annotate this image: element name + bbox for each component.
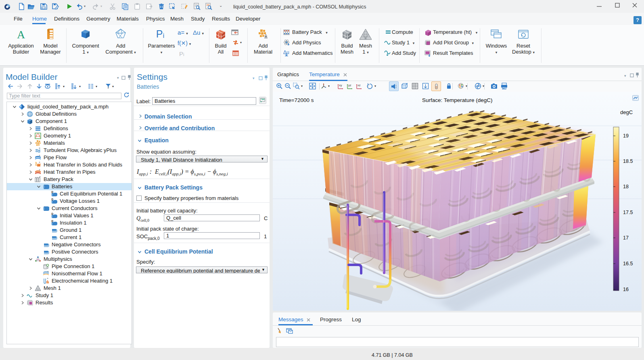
svg-text:A: A bbox=[17, 29, 25, 40]
svg-text:18.5: 18.5 bbox=[623, 158, 633, 164]
svg-text:19: 19 bbox=[623, 133, 629, 139]
svg-text:Δu: Δu bbox=[283, 50, 289, 55]
svg-text:degC: degC bbox=[620, 109, 633, 115]
svg-text:D: D bbox=[52, 212, 54, 215]
svg-text:16.5: 16.5 bbox=[623, 261, 633, 266]
svg-text:16: 16 bbox=[623, 287, 629, 292]
svg-text:18: 18 bbox=[623, 184, 629, 189]
svg-text:D: D bbox=[52, 198, 54, 201]
svg-text:D: D bbox=[52, 191, 54, 194]
svg-text:17: 17 bbox=[623, 235, 629, 241]
svg-text:xz: xz bbox=[358, 83, 361, 87]
svg-text:17.5: 17.5 bbox=[623, 210, 633, 215]
svg-text:Pi: Pi bbox=[156, 29, 164, 40]
svg-text:D: D bbox=[52, 220, 54, 223]
svg-text:yz: yz bbox=[348, 83, 351, 87]
svg-text:xy: xy bbox=[339, 83, 342, 87]
